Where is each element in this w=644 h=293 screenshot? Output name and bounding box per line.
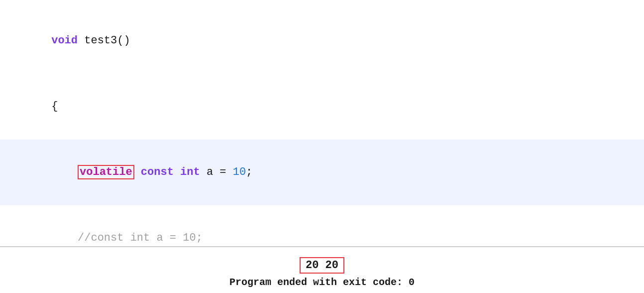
code-line-2: { [12,74,632,140]
keyword-void: void [51,34,78,47]
keyword-int: int [180,166,200,178]
space [134,166,141,178]
plain-text: test3() [78,34,130,47]
comment-line4: //const int a = 10; [51,232,203,244]
semicolon: ; [246,166,252,178]
keyword-volatile: volatile [78,165,134,179]
output-area: 20 20 Program ended with exit code: 0 [0,247,644,293]
code-line-4: //const int a = 10; [12,205,632,246]
number-10: 10 [233,166,246,178]
space2 [174,166,180,178]
code-line-3-highlighted: volatile const int a = 10; [0,140,644,205]
main-container: void test3() { volatile const int a = 10… [0,0,644,293]
indent [51,166,78,178]
keyword-const: const [141,166,174,178]
brace-open: { [51,100,58,113]
var-a: a = [200,166,233,178]
code-area: void test3() { volatile const int a = 10… [0,0,644,246]
code-line-1: void test3() [12,8,632,74]
output-exit-message: Program ended with exit code: 0 [229,277,415,288]
output-result: 20 20 [300,257,344,274]
